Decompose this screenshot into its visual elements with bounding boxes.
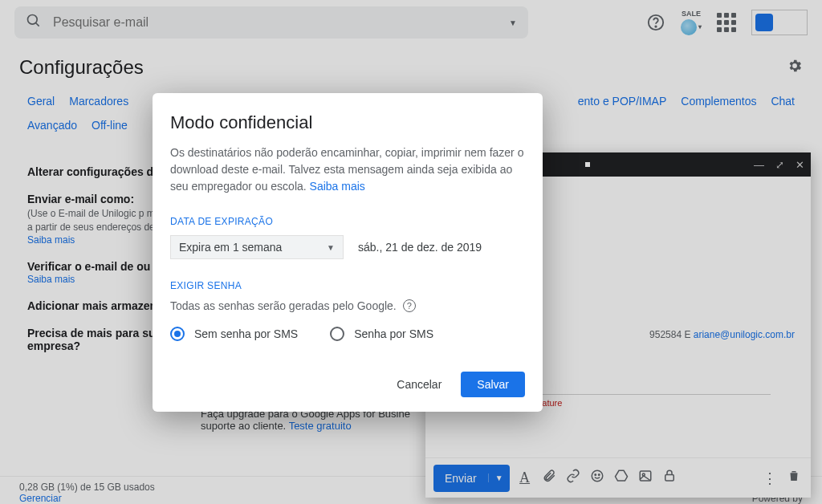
help-icon[interactable]: ?	[403, 299, 416, 312]
modal-title: Modo confidencial	[170, 112, 525, 133]
expiration-select[interactable]: Expira em 1 semana ▼	[170, 235, 344, 259]
chevron-down-icon: ▼	[327, 243, 335, 252]
modal-description: Os destinatários não poderão encaminhar,…	[170, 144, 525, 195]
password-note: Todas as senhas serão geradas pelo Googl…	[170, 299, 525, 312]
radio-no-sms[interactable]: Sem senha por SMS	[170, 327, 298, 341]
password-label: EXIGIR SENHA	[170, 280, 525, 291]
modal-learn-more-link[interactable]: Saiba mais	[310, 180, 365, 193]
radio-sms[interactable]: Senha por SMS	[330, 327, 433, 341]
confidential-modal: Modo confidencial Os destinatários não p…	[153, 93, 543, 412]
save-button[interactable]: Salvar	[461, 372, 525, 397]
radio-icon	[330, 327, 344, 341]
cancel-button[interactable]: Cancelar	[385, 372, 453, 397]
password-radio-group: Sem senha por SMS Senha por SMS	[170, 327, 525, 341]
expiration-label: DATA DE EXPIRAÇÃO	[170, 216, 525, 227]
expiration-date: sáb., 21 de dez. de 2019	[358, 241, 482, 254]
radio-icon	[170, 327, 185, 341]
